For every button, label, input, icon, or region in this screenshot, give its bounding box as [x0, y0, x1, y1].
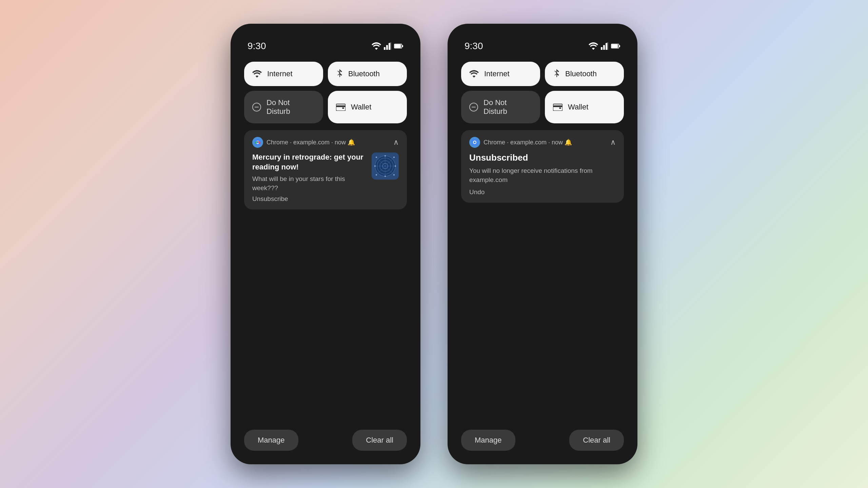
status-bar-1: 9:30: [241, 37, 410, 58]
notif-chevron-1[interactable]: ∧: [393, 138, 399, 147]
svg-rect-44: [559, 107, 561, 109]
bottom-buttons-2: Manage Clear all: [458, 426, 627, 454]
chrome-icon-2: [469, 137, 480, 148]
notification-card-2: Chrome · example.com · now 🔔 ∧ Unsubscri…: [461, 130, 624, 203]
notif-body-1: Mercury in retrograde: get your reading …: [252, 152, 399, 203]
bluetooth-icon-1: [336, 69, 343, 79]
status-icons-2: [589, 42, 620, 50]
notif-text-2: Unsubscribed You will no longer receive …: [469, 152, 616, 196]
tile-internet-label-1: Internet: [267, 69, 293, 78]
wallet-icon-1: [336, 103, 346, 111]
signal-status-icon-2: [601, 42, 608, 50]
svg-rect-7: [402, 45, 403, 47]
clear-all-button-2[interactable]: Clear all: [569, 430, 624, 451]
tile-internet-2[interactable]: Internet: [461, 62, 540, 86]
svg-rect-0: [384, 47, 386, 50]
notification-card-1: Chrome · example.com · now 🔔 ∧ Mercury i…: [244, 130, 407, 209]
svg-point-31: [376, 174, 377, 176]
manage-button-1[interactable]: Manage: [244, 430, 298, 451]
dnd-icon-2: [469, 103, 478, 111]
notifications-area-2: Chrome · example.com · now 🔔 ∧ Unsubscri…: [458, 127, 627, 426]
svg-point-26: [374, 165, 376, 167]
wallet-icon-2: [553, 103, 563, 111]
tile-internet-label-2: Internet: [484, 69, 510, 78]
quick-tiles-1: Internet Bluetooth Do N: [241, 58, 410, 127]
notif-text-1: Mercury in retrograde: get your reading …: [252, 152, 367, 203]
notif-title-1: Mercury in retrograde: get your reading …: [252, 152, 367, 172]
svg-point-29: [393, 174, 395, 176]
wifi-status-icon: [372, 42, 381, 50]
svg-rect-33: [603, 45, 605, 50]
battery-status-icon: [394, 43, 403, 49]
phone-2: 9:30: [448, 24, 637, 464]
tile-dnd-2[interactable]: Do Not Disturb: [461, 91, 540, 123]
tile-internet-1[interactable]: Internet: [244, 62, 323, 86]
bluetooth-icon-2: [553, 69, 560, 79]
bottom-buttons-1: Manage Clear all: [241, 426, 410, 454]
svg-rect-41: [472, 107, 476, 107]
svg-point-28: [376, 157, 377, 158]
time-2: 9:30: [465, 41, 483, 52]
astrology-image: [372, 152, 399, 180]
svg-rect-38: [612, 44, 618, 48]
svg-rect-3: [390, 42, 391, 50]
time-1: 9:30: [248, 41, 266, 52]
tile-wallet-2[interactable]: Wallet: [545, 91, 624, 123]
svg-point-47: [474, 141, 476, 143]
wifi-icon: [252, 70, 262, 78]
quick-tiles-2: Internet Bluetooth Do Not Disturb: [458, 58, 627, 127]
notif-desc-1: What will be in your stars for this week…: [252, 175, 367, 192]
notif-app-name-1: Chrome · example.com · now 🔔: [267, 139, 355, 146]
notif-title-2: Unsubscribed: [469, 152, 616, 163]
tile-wallet-label-1: Wallet: [351, 103, 371, 111]
tile-bluetooth-2[interactable]: Bluetooth: [545, 62, 624, 86]
notif-header-1: Chrome · example.com · now 🔔 ∧: [252, 137, 399, 148]
phone-1: 9:30: [231, 24, 420, 464]
tile-dnd-1[interactable]: Do Not Disturb: [244, 91, 323, 123]
svg-rect-35: [607, 42, 608, 50]
notif-header-left-2: Chrome · example.com · now 🔔: [469, 137, 572, 148]
svg-point-25: [384, 176, 386, 177]
tile-bluetooth-label-2: Bluetooth: [565, 69, 597, 78]
notif-chevron-2[interactable]: ∧: [610, 138, 616, 147]
notifications-area-1: Chrome · example.com · now 🔔 ∧ Mercury i…: [241, 127, 410, 426]
tile-bluetooth-1[interactable]: Bluetooth: [328, 62, 407, 86]
manage-button-2[interactable]: Manage: [461, 430, 515, 451]
svg-rect-39: [619, 45, 620, 47]
battery-status-icon-2: [611, 43, 620, 49]
status-bar-2: 9:30: [458, 37, 627, 58]
svg-rect-12: [342, 107, 344, 109]
svg-rect-11: [336, 105, 346, 107]
svg-point-24: [384, 155, 386, 157]
svg-rect-1: [386, 45, 388, 50]
svg-rect-10: [336, 104, 346, 111]
signal-status-icon: [384, 42, 391, 50]
notif-desc-2: You will no longer receive notifications…: [469, 166, 616, 184]
dnd-icon-1: [252, 103, 261, 111]
wifi-icon-2: [469, 70, 479, 78]
notif-body-2: Unsubscribed You will no longer receive …: [469, 152, 616, 196]
tile-dnd-label-1: Do Not Disturb: [267, 98, 315, 116]
svg-rect-42: [553, 104, 563, 111]
notif-header-2: Chrome · example.com · now 🔔 ∧: [469, 137, 616, 148]
chrome-icon-1: [252, 137, 263, 148]
svg-point-27: [395, 165, 396, 167]
notif-action-1[interactable]: Unsubscribe: [252, 195, 367, 203]
tile-wallet-label-2: Wallet: [568, 103, 588, 111]
tile-wallet-1[interactable]: Wallet: [328, 91, 407, 123]
notif-undo-2[interactable]: Undo: [469, 188, 616, 196]
tile-dnd-label-2: Do Not Disturb: [484, 98, 532, 116]
svg-rect-6: [395, 44, 401, 48]
notif-header-left-1: Chrome · example.com · now 🔔: [252, 137, 355, 148]
svg-rect-9: [255, 107, 259, 107]
notif-app-name-2: Chrome · example.com · now 🔔: [484, 139, 572, 146]
wifi-status-icon-2: [589, 42, 598, 50]
svg-rect-43: [553, 105, 563, 107]
svg-rect-32: [601, 47, 603, 50]
tile-bluetooth-label-1: Bluetooth: [348, 69, 380, 78]
svg-point-30: [393, 157, 395, 158]
clear-all-button-1[interactable]: Clear all: [352, 430, 407, 451]
status-icons-1: [372, 42, 403, 50]
